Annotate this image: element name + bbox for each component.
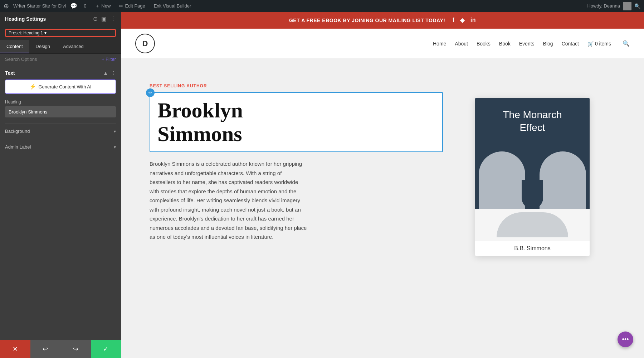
avatar	[623, 2, 631, 10]
site-name[interactable]: Writer Starter Site for Divi	[13, 3, 66, 9]
book-bottom	[475, 209, 590, 241]
social-icons: f ◈ in	[452, 17, 476, 24]
nav-search-icon[interactable]: 🔍	[623, 40, 630, 47]
main-heading: BrooklynSimmons	[157, 98, 435, 146]
text-section-title: Text	[5, 70, 15, 76]
canvas-content: BEST SELLING AUTHOR ✏ BrooklynSimmons Br…	[121, 58, 644, 358]
panel-focus-icon[interactable]: ⊙	[93, 15, 98, 22]
nav-blog[interactable]: Blog	[543, 41, 553, 47]
center-v	[522, 180, 543, 209]
background-section-header[interactable]: Background ▾	[5, 129, 116, 134]
book-card: The MonarchEffect B.B. Simmons	[475, 98, 590, 256]
save-button[interactable]: ✓	[91, 340, 121, 358]
arch-left	[479, 151, 525, 209]
new-button[interactable]: ＋ New	[93, 3, 113, 9]
site-nav: Home About Books Book Events Blog Contac…	[433, 40, 630, 47]
book-author-label: B.B. Simmons	[475, 241, 590, 256]
section-icons: ▲ ⋮	[103, 70, 116, 76]
panel-tabs: Content Design Advanced	[0, 40, 121, 54]
undo-button[interactable]: ↩	[30, 340, 61, 358]
book-cover-art	[475, 137, 590, 209]
background-arrow-icon: ▾	[114, 129, 116, 134]
comment-count[interactable]: 0	[82, 3, 88, 9]
text-section-header: Text ▲ ⋮	[5, 70, 116, 76]
panel-footer: ✕ ↩ ↪ ✓	[0, 340, 121, 358]
heading-edit-area[interactable]: ✏ BrooklynSimmons	[150, 92, 443, 152]
panel-header-icons: ⊙ ▣ ⋮	[93, 15, 116, 22]
panel-header: Heading Settings ⊙ ▣ ⋮	[0, 12, 121, 26]
main-layout: Heading Settings ⊙ ▣ ⋮ Preset: Heading 1…	[0, 12, 644, 358]
page-section: BEST SELLING AUTHOR ✏ BrooklynSimmons Br…	[121, 58, 644, 358]
heading-field-wrapper: Heading	[5, 100, 116, 123]
admin-label-section-header[interactable]: Admin Label ▾	[5, 144, 116, 150]
tab-content[interactable]: Content	[0, 40, 29, 53]
arch-right	[540, 151, 586, 209]
fab-button[interactable]: •••	[618, 332, 633, 347]
nav-contact[interactable]: Contact	[562, 41, 579, 47]
panel-content: Text ▲ ⋮ ⚡ Generate Content With AI Head…	[0, 65, 121, 340]
book-title: The MonarchEffect	[503, 108, 562, 135]
site-logo: D	[135, 34, 155, 53]
bottom-arch	[497, 212, 568, 237]
nav-book[interactable]: Book	[499, 41, 511, 47]
page-left-content: BEST SELLING AUTHOR ✏ BrooklynSimmons Br…	[135, 69, 457, 347]
tab-advanced[interactable]: Advanced	[57, 40, 90, 53]
exit-visual-builder-button[interactable]: Exit Visual Builder	[152, 3, 194, 9]
admin-label-section: Admin Label ▾	[5, 139, 116, 155]
nav-cart[interactable]: 🛒 0 items	[587, 41, 611, 47]
heading-field-input[interactable]	[5, 106, 116, 117]
section-expand-icon[interactable]: ▲	[103, 70, 108, 76]
redo-button[interactable]: ↪	[60, 340, 91, 358]
linkedin-icon[interactable]: in	[470, 17, 476, 24]
left-panel: Heading Settings ⊙ ▣ ⋮ Preset: Heading 1…	[0, 12, 121, 358]
section-more-icon[interactable]: ⋮	[111, 70, 116, 76]
nav-home[interactable]: Home	[433, 41, 446, 47]
nav-events[interactable]: Events	[519, 41, 535, 47]
heading-field-label: Heading	[5, 100, 116, 105]
author-bio: Brooklyn Simmons is a celebrated author …	[150, 159, 307, 242]
background-section: Background ▾	[5, 123, 116, 139]
ai-icon: ⚡	[29, 83, 36, 90]
edit-page-button[interactable]: ✏ Edit Page	[117, 3, 147, 9]
panel-more-icon[interactable]: ⋮	[110, 15, 116, 22]
preset-badge[interactable]: Preset: Heading 1 ▾	[5, 29, 116, 37]
admin-label-arrow-icon: ▾	[114, 145, 116, 150]
search-row: + Filter	[0, 54, 121, 65]
facebook-icon[interactable]: f	[452, 17, 454, 24]
cancel-button[interactable]: ✕	[0, 340, 30, 358]
site-header: D Home About Books Book Events Blog Cont…	[121, 29, 644, 58]
edit-pencil-icon: ✏	[146, 88, 155, 97]
ai-generate-button[interactable]: ⚡ Generate Content With AI	[5, 79, 116, 94]
book-cover: The MonarchEffect	[475, 98, 590, 209]
canvas-content-wrapper: BEST SELLING AUTHOR ✏ BrooklynSimmons Br…	[121, 58, 644, 358]
admin-search-icon[interactable]: 🔍	[634, 3, 640, 9]
fab-icon: •••	[622, 336, 629, 343]
search-input[interactable]	[5, 57, 102, 62]
tab-design[interactable]: Design	[29, 40, 57, 53]
panel-title: Heading Settings	[5, 16, 46, 22]
best-selling-label: BEST SELLING AUTHOR	[150, 83, 443, 88]
book-card-area: The MonarchEffect B.B. Simmons	[468, 69, 597, 347]
site-banner: GET A FREE EBOOK BY JOINING OUR MAILING …	[121, 12, 644, 29]
admin-bar: ⊕ Writer Starter Site for Divi 💬 0 ＋ New…	[0, 0, 644, 12]
wordpress-icon[interactable]: ⊕	[4, 2, 9, 10]
admin-bar-right: Howdy, Deanna 🔍	[587, 2, 640, 10]
panel-split-icon[interactable]: ▣	[101, 15, 107, 22]
filter-button[interactable]: + Filter	[102, 57, 116, 62]
instagram-icon[interactable]: ◈	[460, 17, 465, 24]
nav-books[interactable]: Books	[477, 41, 491, 47]
canvas-area: GET A FREE EBOOK BY JOINING OUR MAILING …	[121, 12, 644, 358]
nav-about[interactable]: About	[455, 41, 468, 47]
